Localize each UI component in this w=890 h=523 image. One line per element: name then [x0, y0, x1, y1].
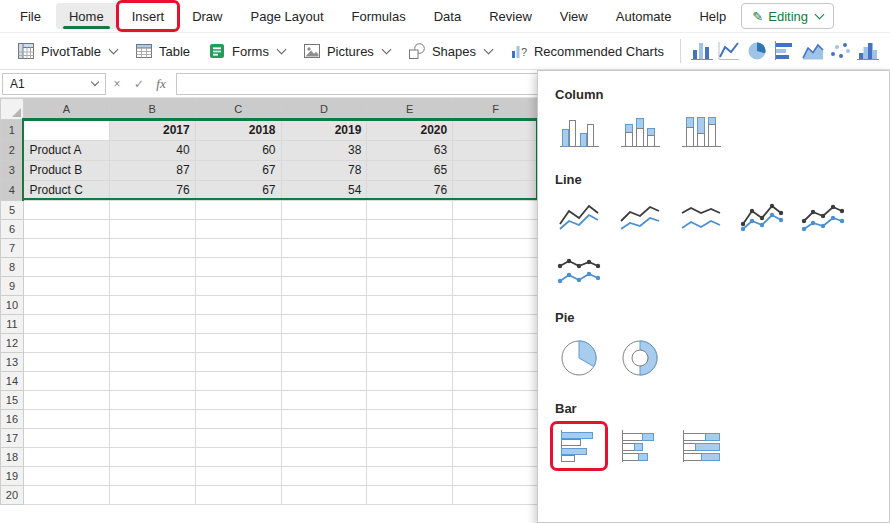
cell-C5[interactable] — [195, 200, 281, 219]
cell-C2[interactable]: 60 — [195, 140, 281, 160]
row-header-11[interactable]: 11 — [1, 314, 24, 333]
cell-D8[interactable] — [281, 257, 367, 276]
cell-C12[interactable] — [195, 333, 281, 352]
cell-C19[interactable] — [195, 466, 281, 485]
cell-A13[interactable] — [23, 352, 109, 371]
cell-B8[interactable] — [109, 257, 195, 276]
cell-D11[interactable] — [281, 314, 367, 333]
cell-A3[interactable]: Product B — [23, 160, 109, 180]
cell-C15[interactable] — [195, 390, 281, 409]
cell-A16[interactable] — [23, 409, 109, 428]
cell-F12[interactable] — [453, 333, 539, 352]
cell-A15[interactable] — [23, 390, 109, 409]
cell-E5[interactable] — [367, 200, 453, 219]
recommended-charts-button[interactable]: ? Recommended Charts — [501, 36, 673, 66]
cell-A8[interactable] — [23, 257, 109, 276]
cell-B15[interactable] — [109, 390, 195, 409]
cell-C11[interactable] — [195, 314, 281, 333]
insert-area-chart-button[interactable] — [799, 37, 827, 65]
cell-E12[interactable] — [367, 333, 453, 352]
tab-automate[interactable]: Automate — [603, 3, 685, 29]
row-header-17[interactable]: 17 — [1, 428, 24, 447]
cell-E10[interactable] — [367, 295, 453, 314]
tab-page-layout[interactable]: Page Layout — [238, 3, 337, 29]
cell-D10[interactable] — [281, 295, 367, 314]
cell-D12[interactable] — [281, 333, 367, 352]
cell-E6[interactable] — [367, 219, 453, 238]
cell-F10[interactable] — [453, 295, 539, 314]
cell-D18[interactable] — [281, 447, 367, 466]
tab-help[interactable]: Help — [686, 3, 739, 29]
cell-F8[interactable] — [453, 257, 539, 276]
select-all-button[interactable] — [1, 99, 24, 120]
100-stacked-column-option[interactable] — [677, 112, 725, 152]
row-header-13[interactable]: 13 — [1, 352, 24, 371]
stacked-column-option[interactable] — [616, 112, 664, 152]
cell-A19[interactable] — [23, 466, 109, 485]
insert-line-chart-button[interactable] — [716, 37, 744, 65]
cell-B6[interactable] — [109, 219, 195, 238]
cell-A12[interactable] — [23, 333, 109, 352]
row-header-1[interactable]: 1 — [1, 120, 24, 141]
row-header-18[interactable]: 18 — [1, 447, 24, 466]
insert-function-button[interactable]: fx — [150, 73, 172, 95]
cell-F17[interactable] — [453, 428, 539, 447]
cell-B4[interactable]: 76 — [109, 180, 195, 200]
cell-B2[interactable]: 40 — [109, 140, 195, 160]
cell-C9[interactable] — [195, 276, 281, 295]
insert-histogram-chart-button[interactable] — [854, 37, 882, 65]
cell-D6[interactable] — [281, 219, 367, 238]
column-header-C[interactable]: C — [195, 99, 281, 120]
cell-A10[interactable] — [23, 295, 109, 314]
editing-mode-button[interactable]: ✎ Editing — [741, 3, 834, 29]
line-with-markers-option[interactable] — [738, 197, 786, 237]
cell-D4[interactable]: 54 — [281, 180, 367, 200]
cell-A20[interactable] — [23, 485, 109, 504]
cell-F9[interactable] — [453, 276, 539, 295]
cell-F2[interactable] — [453, 140, 539, 160]
row-header-4[interactable]: 4 — [1, 180, 24, 200]
cell-B18[interactable] — [109, 447, 195, 466]
stacked-line-with-markers-option[interactable] — [799, 197, 847, 237]
cell-B9[interactable] — [109, 276, 195, 295]
cell-B10[interactable] — [109, 295, 195, 314]
row-header-7[interactable]: 7 — [1, 238, 24, 257]
cell-E8[interactable] — [367, 257, 453, 276]
cell-D1[interactable]: 2019 — [281, 120, 367, 141]
tab-data[interactable]: Data — [421, 3, 474, 29]
row-header-8[interactable]: 8 — [1, 257, 24, 276]
cell-C13[interactable] — [195, 352, 281, 371]
cell-A9[interactable] — [23, 276, 109, 295]
cell-F1[interactable] — [453, 120, 539, 141]
cell-C8[interactable] — [195, 257, 281, 276]
pictures-button[interactable]: Pictures — [294, 36, 399, 66]
row-header-16[interactable]: 16 — [1, 409, 24, 428]
row-header-19[interactable]: 19 — [1, 466, 24, 485]
cell-A4[interactable]: Product C — [23, 180, 109, 200]
cell-D9[interactable] — [281, 276, 367, 295]
cell-F20[interactable] — [453, 485, 539, 504]
insert-column-chart-button[interactable] — [688, 37, 716, 65]
column-header-F[interactable]: F — [453, 99, 539, 120]
cell-A6[interactable] — [23, 219, 109, 238]
row-header-2[interactable]: 2 — [1, 140, 24, 160]
cell-B3[interactable]: 87 — [109, 160, 195, 180]
tab-file[interactable]: File — [7, 3, 54, 29]
cell-F13[interactable] — [453, 352, 539, 371]
row-header-3[interactable]: 3 — [1, 160, 24, 180]
cell-C3[interactable]: 67 — [195, 160, 281, 180]
cell-F4[interactable] — [453, 180, 539, 200]
tab-formulas[interactable]: Formulas — [339, 3, 419, 29]
enter-button[interactable]: ✓ — [128, 73, 150, 95]
cell-D3[interactable]: 78 — [281, 160, 367, 180]
row-header-15[interactable]: 15 — [1, 390, 24, 409]
100-stacked-line-option[interactable] — [677, 197, 725, 237]
cell-C7[interactable] — [195, 238, 281, 257]
cell-E18[interactable] — [367, 447, 453, 466]
cell-B19[interactable] — [109, 466, 195, 485]
stacked-line-option[interactable] — [616, 197, 664, 237]
cancel-button[interactable]: × — [106, 73, 128, 95]
cell-F16[interactable] — [453, 409, 539, 428]
cell-D19[interactable] — [281, 466, 367, 485]
line-option[interactable] — [555, 197, 603, 237]
